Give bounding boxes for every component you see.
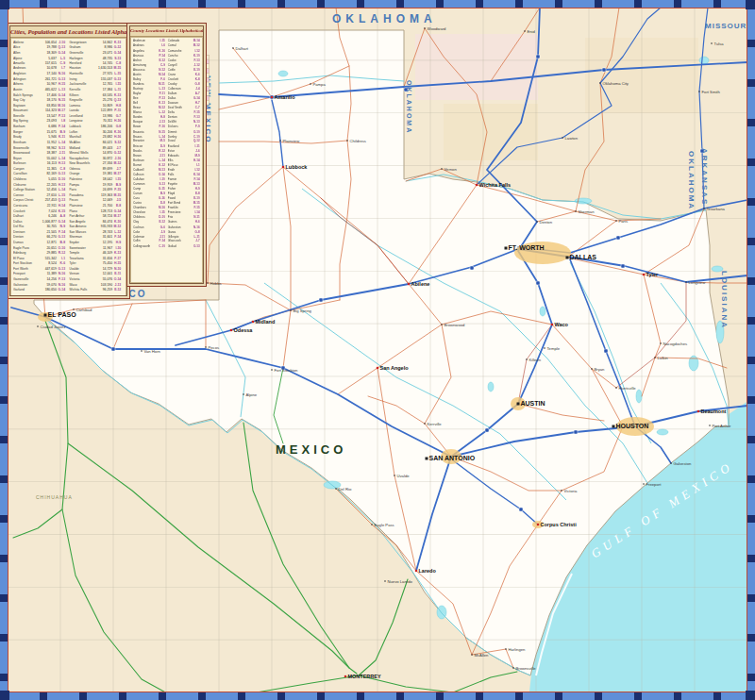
frame-corner bbox=[0, 691, 9, 700]
city-label: Fort Smith bbox=[702, 90, 721, 94]
city-label: Corpus Christi bbox=[541, 522, 578, 527]
city-label: Nuevo Laredo bbox=[388, 579, 413, 584]
frame-corner bbox=[746, 691, 755, 700]
city-label: Vernon bbox=[445, 167, 458, 172]
city-label: Midland bbox=[256, 319, 276, 325]
city-label: Bryan bbox=[595, 367, 606, 372]
frame-corner bbox=[0, 0, 9, 9]
city-label: Tyler bbox=[646, 272, 660, 277]
region-label: LOUISIANA bbox=[720, 271, 729, 329]
city-label: Pecos bbox=[209, 345, 220, 350]
region-label: ARKANSAS bbox=[700, 148, 709, 206]
city-label: Lufkin bbox=[658, 356, 669, 360]
city-label: Killeen bbox=[529, 358, 542, 362]
city-label: SAN ANTONIO bbox=[429, 455, 476, 461]
city-label: Dalhart bbox=[236, 46, 249, 51]
cities-list: Abilene106,654J-10Alice19,788Q-13Allen18… bbox=[13, 40, 121, 292]
region-label: CHIHUAHUA bbox=[36, 494, 73, 500]
frame-tick-bottom bbox=[0, 692, 755, 700]
city-label: AUSTIN bbox=[521, 400, 545, 407]
city-label: Kerrville bbox=[428, 422, 443, 426]
city-label: Port Arthur bbox=[713, 424, 732, 428]
city-label: Waco bbox=[555, 322, 569, 327]
city-label: Eagle Pass bbox=[375, 523, 394, 527]
city-label: Sherman bbox=[579, 209, 596, 214]
city-label: MONTERREY bbox=[348, 674, 381, 679]
city-label: Texarkana bbox=[707, 207, 726, 211]
cities-index-panel: Cities, Population and Locations Listed … bbox=[9, 25, 127, 296]
city-label: Plainview bbox=[283, 139, 301, 143]
city-label: Woodward bbox=[428, 26, 447, 31]
cities-panel-title: Cities, Population and Locations Listed … bbox=[10, 26, 126, 38]
city-label: Longview bbox=[689, 280, 707, 285]
city-label: Odessa bbox=[234, 327, 254, 333]
city-label: Lawton bbox=[565, 136, 579, 141]
city-label: Freeport bbox=[646, 482, 663, 487]
city-index-row: Garland180,650G-14 bbox=[13, 287, 65, 292]
city-label: Del Rio bbox=[339, 487, 352, 492]
texas-wall-map: EL PASOCiudad JuárezAmarilloLubbockPlain… bbox=[0, 0, 755, 700]
city-label: Harlingen bbox=[509, 647, 527, 652]
county-index-row: GoliadO-13 bbox=[168, 243, 200, 248]
city-label: Alpine bbox=[246, 392, 258, 397]
city-label: Uvalde bbox=[397, 474, 411, 478]
city-label: Paris bbox=[619, 219, 629, 224]
city-label: McAllen bbox=[475, 653, 490, 658]
city-label: HOUSTON bbox=[616, 423, 649, 429]
city-label: Brownwood bbox=[445, 323, 466, 327]
city-index-row: Wichita Falls96,259E-12 bbox=[69, 287, 121, 292]
city-label: Amarillo bbox=[275, 94, 296, 100]
city-label: Childress bbox=[350, 139, 366, 143]
city-label: Carlsbad bbox=[76, 308, 92, 312]
city-label: Abilene bbox=[411, 281, 430, 287]
city-label: Temple bbox=[547, 346, 561, 351]
city-label: EL PASO bbox=[48, 311, 77, 318]
city-label: Ciudad Juárez bbox=[41, 325, 66, 329]
city-label: DALLAS bbox=[570, 254, 597, 260]
city-label: Denton bbox=[540, 220, 553, 225]
city-label: Wichita Falls bbox=[479, 182, 512, 188]
region-label: OKLAHOMA bbox=[406, 80, 412, 134]
city-label: Beaumont bbox=[701, 408, 727, 414]
city-label: Pampa bbox=[313, 82, 327, 87]
counties-index-panel: County Locations Listed Alphabetically A… bbox=[129, 25, 204, 284]
city-label: Big Spring bbox=[294, 308, 312, 313]
city-label: FT. WORTH bbox=[509, 244, 545, 251]
region-label: OKLAHOMA bbox=[332, 12, 437, 25]
city-label: Oklahoma City bbox=[603, 81, 629, 86]
frame-corner bbox=[746, 0, 755, 9]
counties-panel-body: AndersonI-15AndrewsI-6AngelinaK-16Aransa… bbox=[130, 37, 203, 283]
frame-tick-right bbox=[747, 0, 755, 700]
county-index-row: CollingsworthC-10 bbox=[133, 243, 165, 248]
city-label: Tulsa bbox=[714, 42, 725, 46]
region-label: MEXICO bbox=[276, 442, 346, 457]
counties-list: AndersonI-15AndrewsI-6AngelinaK-16Aransa… bbox=[133, 39, 200, 248]
frame-tick-left bbox=[0, 0, 8, 700]
region-label: MISSOURI bbox=[705, 22, 750, 30]
city-label: Galveston bbox=[674, 461, 693, 466]
city-label: Brownsville bbox=[516, 666, 537, 671]
city-label: Victoria bbox=[564, 489, 579, 493]
counties-panel-title: County Locations Listed Alphabetically bbox=[130, 26, 203, 37]
city-label: Laredo bbox=[419, 568, 437, 574]
city-label: Fort Stockton bbox=[275, 368, 299, 373]
region-label: OKLAHOMA bbox=[687, 151, 696, 210]
city-label: Van Horn bbox=[144, 349, 161, 354]
city-label: Lubbock bbox=[286, 164, 309, 170]
cities-panel-body: Abilene106,654J-10Alice19,788Q-13Allen18… bbox=[10, 38, 126, 296]
city-label: Enid bbox=[528, 29, 536, 34]
frame-tick-top bbox=[0, 0, 755, 8]
city-label: Huntsville bbox=[619, 386, 637, 391]
city-label: San Angelo bbox=[380, 365, 410, 371]
city-label: Nacogdoches bbox=[663, 342, 688, 346]
city-label: Hobbs bbox=[210, 281, 222, 286]
